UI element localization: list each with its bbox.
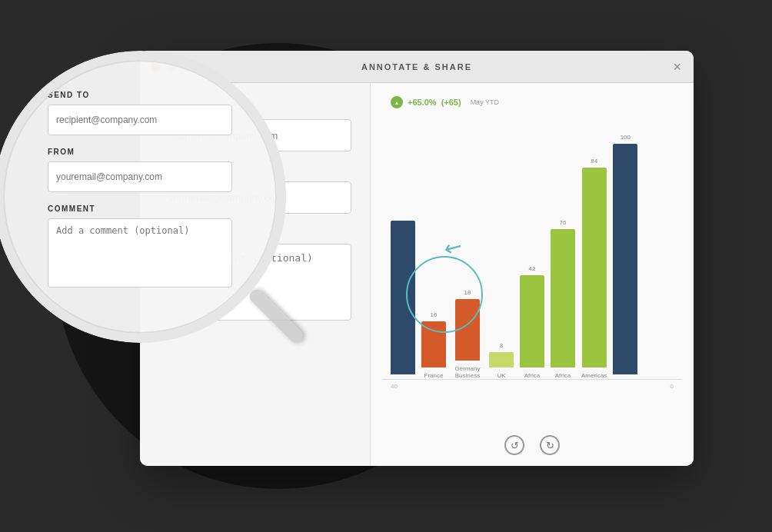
bar-label-france: France (424, 372, 444, 379)
scene: ANNOTATE & SHARE × SEND TO FROM COMMENT … (40, 28, 732, 504)
bar-value-africa2: 76 (560, 219, 567, 226)
mag-comment-label: COMMENT (48, 204, 232, 213)
metric-value: +65.0% (408, 98, 437, 107)
x-axis-right: 0 (671, 383, 674, 390)
mag-comment-textarea[interactable] (48, 218, 232, 288)
metric-badge: +65.0% (+65) May YTD (391, 95, 681, 109)
bar-americas (582, 168, 607, 367)
bar-chart: ↙ 16 France 18 (383, 118, 681, 380)
redo-button[interactable]: ↻ (540, 435, 560, 455)
bar-value-uk: 3 (500, 342, 503, 349)
mag-from-label: FROM (48, 148, 232, 156)
chart-x-axis: 40 0 (383, 380, 681, 390)
modal-title: ANNOTATE & SHARE (361, 62, 472, 71)
bar-total (613, 144, 637, 374)
metric-sub: May YTD (471, 98, 499, 106)
metric-icon (391, 96, 403, 108)
undo-button[interactable]: ↺ (504, 435, 524, 455)
bar-label-africa2: Africa (555, 372, 571, 379)
magnifier-form: SEND TO FROM COMMENT (48, 83, 232, 291)
bar-value-africa1: 42 (529, 265, 536, 272)
metric-change: (+65) (441, 98, 461, 107)
bar-africa2 (551, 229, 575, 367)
bar-value-total: 100 (621, 134, 631, 141)
close-button[interactable]: × (673, 60, 681, 74)
bar-group-total: 100 (613, 134, 637, 379)
chart-panel: +65.0% (+65) May YTD ↙ (371, 83, 694, 466)
bar-label-uk: UK (497, 372, 505, 379)
mag-send-to-label: SEND TO (48, 91, 232, 99)
bar-value-americas: 84 (591, 158, 597, 165)
x-axis-left: 40 (391, 383, 398, 390)
bar-africa1 (520, 275, 544, 367)
bar-group-americas: 84 Americas (581, 158, 607, 379)
magnifier-overlay: SEND TO FROM COMMENT (0, 51, 286, 343)
mag-send-to-input[interactable] (48, 105, 232, 135)
chart-controls: ↺ ↻ (504, 435, 560, 455)
bar-label-americas: Americas (581, 372, 607, 379)
bar-uk (489, 352, 514, 367)
bar-group-uk: 3 UK (489, 342, 514, 379)
bar-group-africa2: 76 Africa (551, 219, 575, 379)
annotation-circle (406, 256, 483, 333)
bar-label-africa1: Africa (524, 372, 540, 379)
mag-from-input[interactable] (48, 161, 232, 192)
bar-group-africa1: 42 Africa (520, 265, 544, 379)
bar-label-germany: Germany Business (452, 365, 483, 379)
